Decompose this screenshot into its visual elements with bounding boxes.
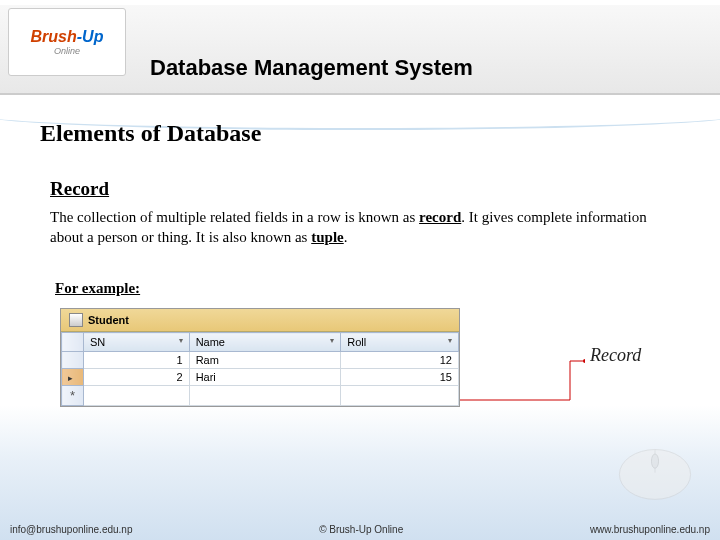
new-row-marker: * xyxy=(62,386,84,406)
empty-cell xyxy=(341,386,459,406)
chevron-down-icon: ▾ xyxy=(448,336,452,345)
tab-label: Student xyxy=(88,314,129,326)
col-header-sn: SN▾ xyxy=(84,333,190,352)
body-pre: The collection of multiple related field… xyxy=(50,209,419,225)
row-selector-active: ▸ xyxy=(62,369,84,386)
col-header-name: Name▾ xyxy=(189,333,341,352)
table-tab: Student xyxy=(61,309,459,332)
table-icon xyxy=(69,313,83,327)
select-all-cell xyxy=(62,333,84,352)
row-pointer-icon: ▸ xyxy=(68,373,73,383)
new-row: * xyxy=(62,386,459,406)
mouse-decoration xyxy=(600,430,710,510)
table-screenshot: Student SN▾ Name▾ Roll▾ 1 Ram 12 ▸ 2 Har… xyxy=(60,308,460,407)
logo-word-2: -Up xyxy=(77,28,104,45)
footer-copyright: © Brush-Up Online xyxy=(319,524,403,535)
data-grid: SN▾ Name▾ Roll▾ 1 Ram 12 ▸ 2 Hari 15 * xyxy=(61,332,459,406)
chevron-down-icon: ▾ xyxy=(330,336,334,345)
body-term-record: record xyxy=(419,209,461,225)
section-heading: Record xyxy=(50,178,109,200)
logo-word-1: Brush xyxy=(31,28,77,45)
body-post: . xyxy=(344,229,348,245)
cell-name: Hari xyxy=(189,369,341,386)
cell-sn: 2 xyxy=(84,369,190,386)
cell-roll: 12 xyxy=(341,352,459,369)
empty-cell xyxy=(84,386,190,406)
svg-point-3 xyxy=(583,359,585,363)
table-row: ▸ 2 Hari 15 xyxy=(62,369,459,386)
brand-logo: Brush-Up Online xyxy=(8,8,126,76)
example-label: For example: xyxy=(55,280,140,297)
body-term-tuple: tuple xyxy=(311,229,344,245)
footer-email: info@brushuponline.edu.np xyxy=(10,524,132,535)
chevron-down-icon: ▾ xyxy=(179,336,183,345)
logo-subtext: Online xyxy=(31,46,104,56)
page-title: Database Management System xyxy=(150,55,473,81)
callout-connector xyxy=(460,353,585,413)
svg-point-6 xyxy=(651,454,658,468)
row-selector xyxy=(62,352,84,369)
cell-roll: 15 xyxy=(341,369,459,386)
footer-url: www.brushuponline.edu.np xyxy=(590,524,710,535)
cell-name: Ram xyxy=(189,352,341,369)
empty-cell xyxy=(189,386,341,406)
table-row: 1 Ram 12 xyxy=(62,352,459,369)
cell-sn: 1 xyxy=(84,352,190,369)
footer: info@brushuponline.edu.np © Brush-Up Onl… xyxy=(0,524,720,535)
col-header-roll: Roll▾ xyxy=(341,333,459,352)
record-callout-label: Record xyxy=(590,345,641,366)
slide-subtitle: Elements of Database xyxy=(40,120,261,147)
section-body: The collection of multiple related field… xyxy=(50,208,670,247)
